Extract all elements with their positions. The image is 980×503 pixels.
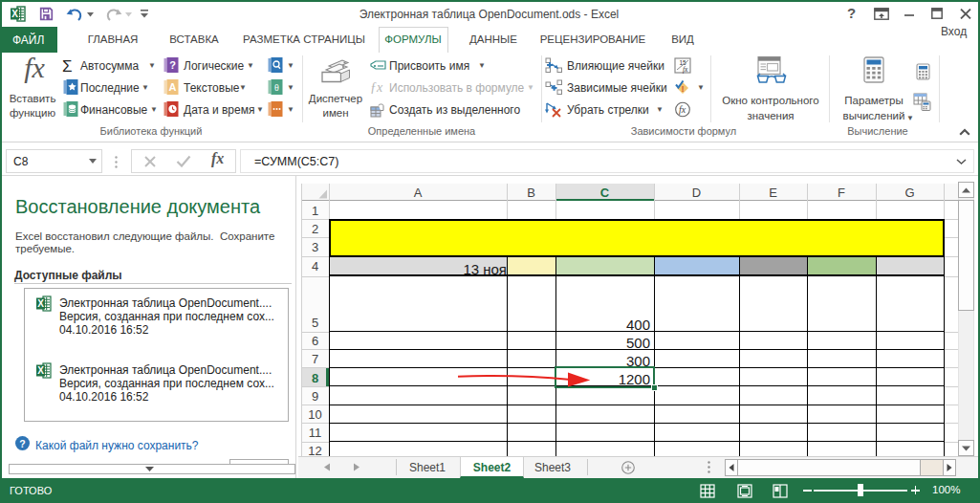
svg-text:θ: θ	[274, 82, 279, 93]
svg-text:X: X	[37, 365, 44, 376]
svg-text:fx: fx	[679, 104, 686, 115]
svg-text:X: X	[37, 298, 44, 309]
svg-text:fx: fx	[683, 65, 688, 74]
svg-text:!: !	[681, 83, 684, 94]
svg-text:?: ?	[19, 438, 25, 449]
svg-text:A: A	[169, 81, 177, 93]
svg-text:X: X	[11, 9, 18, 19]
svg-text:?: ?	[169, 59, 176, 71]
